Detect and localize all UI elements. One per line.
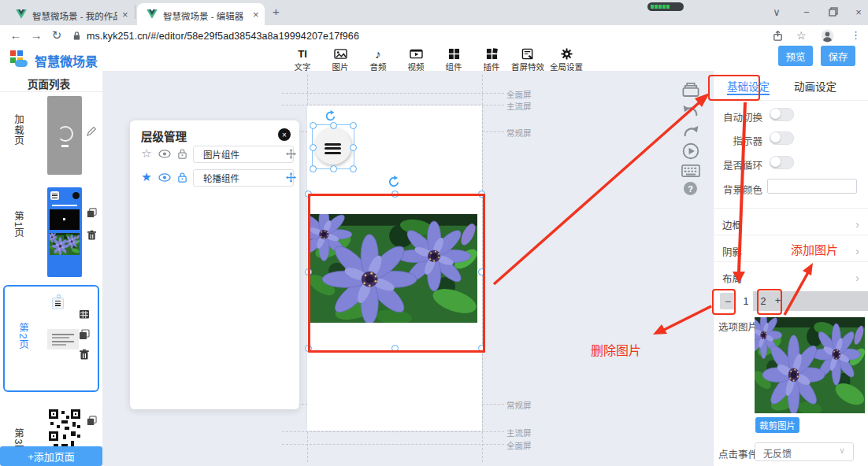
tool-audio[interactable]: ♪ 音频 <box>358 48 398 72</box>
tab-divider <box>135 5 135 19</box>
add-page-button[interactable]: +添加页面 <box>0 446 102 466</box>
move-icon[interactable] <box>286 149 296 159</box>
browser-tab-editor[interactable]: 智慧微场景 - 编辑器 × <box>137 3 265 25</box>
forward-icon[interactable]: → <box>28 28 44 42</box>
selection-handle[interactable] <box>310 165 317 172</box>
selection-handle[interactable] <box>310 144 317 151</box>
layer-name-input[interactable]: 轮播组件 <box>193 169 294 187</box>
redo-icon[interactable] <box>681 123 700 140</box>
play-preview-icon[interactable] <box>681 142 700 160</box>
auto-switch-toggle[interactable] <box>770 108 794 121</box>
window-restore-icon[interactable] <box>829 7 838 17</box>
profile-avatar[interactable] <box>821 29 834 43</box>
eye-icon[interactable] <box>158 173 171 182</box>
selection-handle[interactable] <box>350 144 357 151</box>
bookmark-star-icon[interactable]: ☆ <box>796 29 807 42</box>
browser-menu-icon[interactable]: ⋮ <box>851 29 861 41</box>
tool-image[interactable]: 图片 <box>321 48 360 72</box>
slide-tab-1[interactable]: 1 <box>740 292 752 310</box>
grid-view-icon[interactable] <box>79 309 90 320</box>
lock-icon[interactable] <box>177 148 187 159</box>
tool-video[interactable]: 视频 <box>396 48 436 72</box>
chevron-right-icon[interactable]: › <box>855 244 859 257</box>
reload-icon[interactable]: ↻ <box>49 28 65 43</box>
crop-image-button[interactable]: 裁剪图片 <box>755 417 799 433</box>
star-outline-icon[interactable]: ☆ <box>139 147 154 160</box>
url-text[interactable]: ms.kyk251.cn/#/editor/58e29f5ad38543a8a1… <box>87 31 359 42</box>
star-filled-icon[interactable]: ★ <box>139 171 154 183</box>
loop-toggle[interactable] <box>770 156 794 169</box>
selection-handle[interactable] <box>350 122 357 129</box>
option-image-thumbnail[interactable] <box>755 317 865 413</box>
option-image-label: 选项图片 <box>718 319 758 334</box>
selection-handle[interactable] <box>330 122 337 129</box>
spinner <box>57 126 73 142</box>
page-thumbnail[interactable] <box>46 293 77 384</box>
page-list-title: 页面列表 <box>0 76 98 91</box>
help-icon[interactable]: ? <box>684 182 697 195</box>
tool-splash-effect[interactable]: 首屏特效 <box>508 48 547 72</box>
hamburger-menu-component[interactable] <box>314 128 351 165</box>
move-icon[interactable] <box>286 172 296 183</box>
page-thumbnail[interactable] <box>47 96 82 175</box>
hamburger-selection-frame[interactable] <box>312 124 354 169</box>
vue-favicon <box>147 9 158 19</box>
shadow-section[interactable]: 阴影 <box>722 244 742 259</box>
delete-page-icon[interactable] <box>87 230 97 240</box>
eye-icon[interactable] <box>158 150 171 158</box>
new-tab-button[interactable]: + <box>273 5 280 18</box>
window-close-icon[interactable]: × <box>848 6 868 18</box>
click-event-dropdown[interactable]: 无反馈 ∨ <box>755 442 854 461</box>
annotation-delete-image: 删除图片 <box>591 340 641 359</box>
window-minimize-icon[interactable]: − <box>796 6 818 18</box>
selection-handle[interactable] <box>350 165 357 172</box>
tool-text[interactable]: TI 文字 <box>283 48 322 72</box>
page-item-2-selected[interactable]: 第2页 <box>3 285 99 392</box>
page-item-loading[interactable]: 加载页 <box>0 94 102 183</box>
keyboard-shortcuts-icon[interactable] <box>681 162 700 179</box>
layout-section[interactable]: 布局 <box>722 271 742 286</box>
tab-close-icon[interactable]: × <box>246 9 266 20</box>
browser-tab-my-works[interactable]: 智慧微场景 - 我的作品 × <box>6 3 134 25</box>
copy-page-icon[interactable] <box>87 416 97 426</box>
layer-name-input[interactable]: 图片组件 <box>193 146 294 163</box>
selection-handle[interactable] <box>310 122 317 129</box>
mini-hamburger <box>50 191 59 200</box>
settings-panel: 基础设定 动画设定 自动切换 指示器 是否循环 背景颜色 边框 › 阴影 › 布… <box>713 71 868 466</box>
battery-indicator <box>647 2 684 11</box>
delete-page-icon[interactable] <box>79 349 90 360</box>
chevron-right-icon[interactable]: › <box>855 217 859 231</box>
copy-page-icon[interactable] <box>87 208 97 218</box>
gear-icon <box>561 48 573 60</box>
archive-icon[interactable] <box>681 80 700 98</box>
tab-close-icon[interactable]: × <box>115 9 135 20</box>
tool-global-settings[interactable]: 全局设置 <box>547 48 586 72</box>
indicator-toggle[interactable] <box>770 131 794 145</box>
share-icon[interactable] <box>772 30 784 42</box>
mini-flower-image <box>50 233 80 255</box>
guide-label-fullscreen-bottom: 全面屏 <box>506 439 532 451</box>
border-section[interactable]: 边框 <box>722 217 742 232</box>
annotation-box-basic-settings <box>708 75 760 101</box>
page-thumbnail[interactable] <box>47 187 82 277</box>
copy-page-icon[interactable] <box>79 329 90 340</box>
bg-color-input[interactable] <box>767 179 857 194</box>
save-button[interactable]: 保存 <box>821 46 855 66</box>
undo-icon[interactable] <box>681 102 700 120</box>
back-icon[interactable]: ← <box>8 28 24 42</box>
tool-component[interactable]: 组件 <box>434 48 473 72</box>
tool-plugin[interactable]: 插件 <box>472 48 511 72</box>
window-dropdown-icon[interactable]: ∨ <box>766 6 788 18</box>
rotate-handle-icon[interactable] <box>325 110 336 122</box>
preview-button[interactable]: 预览 <box>778 46 813 66</box>
rotate-handle-icon[interactable] <box>388 176 400 188</box>
selection-handle[interactable] <box>330 165 337 172</box>
edit-pencil-icon[interactable] <box>87 126 97 136</box>
page-item-1[interactable]: 第1页 <box>0 186 102 279</box>
auto-switch-label: 自动切换 <box>717 109 762 124</box>
tab-animation-settings[interactable]: 动画设定 <box>794 78 836 94</box>
chevron-right-icon[interactable]: › <box>855 271 859 284</box>
unlock-icon[interactable] <box>177 172 187 183</box>
layer-panel-close-button[interactable]: × <box>278 128 291 141</box>
loop-label: 是否循环 <box>717 157 762 172</box>
